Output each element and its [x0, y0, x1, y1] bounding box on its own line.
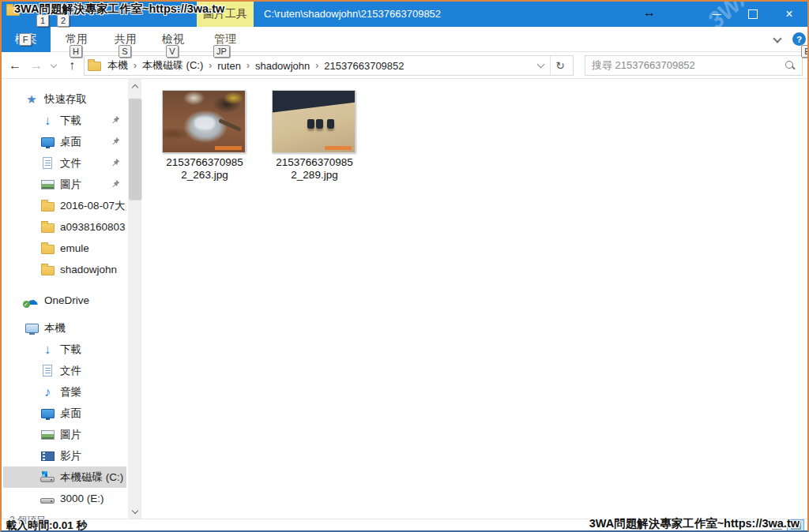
documents-icon [43, 157, 52, 169]
resize-cursor-icon: ↔ [643, 6, 656, 20]
keytip-share: S [119, 45, 131, 58]
keytip-help: E [801, 45, 809, 58]
sidebar-scrollbar[interactable] [128, 79, 141, 519]
pin-icon [111, 115, 120, 124]
address-bar[interactable]: 本機 › 本機磁碟 (C:) › ruten › shadowjohn › 21… [84, 55, 574, 76]
folder-icon [41, 223, 55, 233]
sidebar-item-downloads-qa[interactable]: ↓ 下載 [3, 110, 126, 131]
breadcrumb-this-pc[interactable]: 本機 [107, 58, 128, 73]
sidebar-item-documents[interactable]: 文件 [3, 360, 126, 381]
thumbnail-photo-caps-on-desk [273, 91, 355, 152]
pin-icon [111, 179, 120, 188]
search-input[interactable]: 搜尋 21537663709852 [585, 55, 803, 76]
quick-access-star-icon: ★ [26, 92, 36, 107]
scroll-up-icon[interactable] [128, 79, 141, 92]
pin-icon [111, 158, 120, 167]
file-name[interactable]: 2153766370985 2_263.jpg [153, 156, 256, 182]
file-tile[interactable]: 2153766370985 2_263.jpg [162, 90, 247, 182]
sidebar-item-pictures-qa[interactable]: 圖片 [3, 174, 126, 195]
videos-icon [41, 451, 55, 461]
pictures-icon [41, 180, 55, 189]
pin-icon [111, 137, 120, 145]
thumbnail-photo-metal-parts [163, 91, 245, 152]
drive-e-icon [40, 498, 55, 504]
music-icon: ♪ [44, 385, 51, 399]
sidebar-item-documents-qa[interactable]: 文件 [3, 152, 126, 174]
keytip-file: F [19, 33, 32, 46]
breadcrumb-separator: › [315, 60, 318, 71]
breadcrumb-shadowjohn[interactable]: shadowjohn [255, 60, 310, 72]
sidebar-item-this-pc[interactable]: 本機 [3, 317, 126, 339]
watermark-bottom-right: 3WA問題解決專家工作室~https://3wa.tw [589, 516, 800, 531]
sidebar-item-quick-access[interactable]: ★ 快速存取 [3, 88, 126, 110]
sidebar-item-folder-2016-08-07[interactable]: 2016-08-07大多 [3, 195, 126, 216]
desktop-icon [41, 409, 55, 418]
file-name[interactable]: 2153766370985 2_289.jpg [263, 156, 366, 182]
close-button[interactable]: × [771, 2, 807, 27]
breadcrumb-current-folder[interactable]: 21537663709852 [324, 60, 404, 72]
downloads-icon: ↓ [44, 343, 51, 357]
sidebar-item-folder-emule[interactable]: emule [3, 238, 126, 259]
folder-icon [41, 202, 55, 212]
file-thumbnail-289[interactable] [272, 90, 356, 153]
sidebar-item-onedrive[interactable]: ☁ OneDrive [3, 290, 126, 311]
keytip-home: H [70, 45, 82, 58]
sidebar-item-music[interactable]: ♪ 音樂 [3, 381, 126, 403]
back-button[interactable]: ← [5, 52, 25, 79]
pictures-icon [41, 430, 55, 440]
file-list: 2153766370985 2_263.jpg 2153766370985 2_… [142, 79, 807, 519]
watermark-top-left: 3WA問題解決專家工作室~https://3wa.tw [14, 2, 224, 17]
photo-timestamp [215, 146, 242, 150]
refresh-icon[interactable]: ↻ [551, 59, 570, 72]
sidebar-item-drive-e[interactable]: 3000 (E:) [3, 488, 126, 509]
sidebar-item-downloads[interactable]: ↓ 下載 [3, 339, 126, 360]
address-dropdown-chevron-icon[interactable] [537, 61, 545, 69]
sidebar-item-folder-shadowjohn[interactable]: shadowjohn [3, 259, 126, 280]
recent-locations-chevron-icon[interactable] [47, 52, 60, 79]
documents-icon [43, 365, 52, 377]
navigation-pane: ★ 快速存取 ↓ 下載 桌面 文件 圖片 2016-08-07大多 [3, 88, 126, 509]
expand-ribbon-chevron-icon[interactable] [773, 34, 781, 43]
address-folder-icon [88, 62, 101, 71]
breadcrumb-separator: › [134, 60, 137, 71]
help-icon[interactable]: ? [792, 32, 806, 46]
desktop-icon [41, 137, 55, 147]
watermark-load-time: 載入時間:0.01 秒 [6, 519, 87, 532]
search-placeholder: 搜尋 21537663709852 [592, 58, 785, 73]
window-title: C:\ruten\shadowjohn\21537663709852 [264, 2, 441, 27]
this-pc-icon [25, 324, 39, 333]
file-tile[interactable]: 2153766370985 2_289.jpg [272, 90, 357, 182]
file-thumbnail-263[interactable] [162, 90, 246, 153]
folder-icon [41, 266, 55, 275]
onedrive-icon: ☁ [25, 295, 39, 306]
sidebar-item-folder-a0938160803[interactable]: a0938160803 [3, 216, 126, 238]
keytip-view: V [166, 45, 179, 58]
downloads-icon: ↓ [44, 114, 51, 128]
breadcrumb-ruten[interactable]: ruten [217, 60, 241, 72]
search-icon[interactable] [785, 60, 796, 71]
sidebar-item-drive-c[interactable]: 本機磁碟 (C:) [3, 466, 126, 488]
photo-timestamp [325, 146, 352, 150]
sidebar-item-desktop[interactable]: 桌面 [3, 403, 126, 424]
keytip-manage: JP [213, 45, 230, 58]
scrollbar-thumb[interactable] [129, 99, 141, 199]
explorer-window: 1 2 圖片工具 C:\ruten\shadowjohn\21537663709… [0, 0, 809, 532]
forward-button[interactable]: → [27, 52, 46, 79]
minimize-button[interactable] [698, 2, 735, 27]
breadcrumb-drive-c[interactable]: 本機磁碟 (C:) [142, 58, 203, 73]
breadcrumb-separator: › [209, 60, 212, 71]
breadcrumb-separator: › [246, 60, 250, 71]
sidebar-item-pictures[interactable]: 圖片 [3, 424, 126, 445]
sidebar-item-desktop-qa[interactable]: 桌面 [3, 131, 126, 152]
sidebar-item-videos[interactable]: 影片 [3, 445, 126, 466]
drive-c-icon [40, 477, 55, 482]
folder-icon [41, 245, 55, 254]
scroll-down-icon[interactable] [128, 505, 141, 519]
maximize-button[interactable] [735, 2, 771, 27]
